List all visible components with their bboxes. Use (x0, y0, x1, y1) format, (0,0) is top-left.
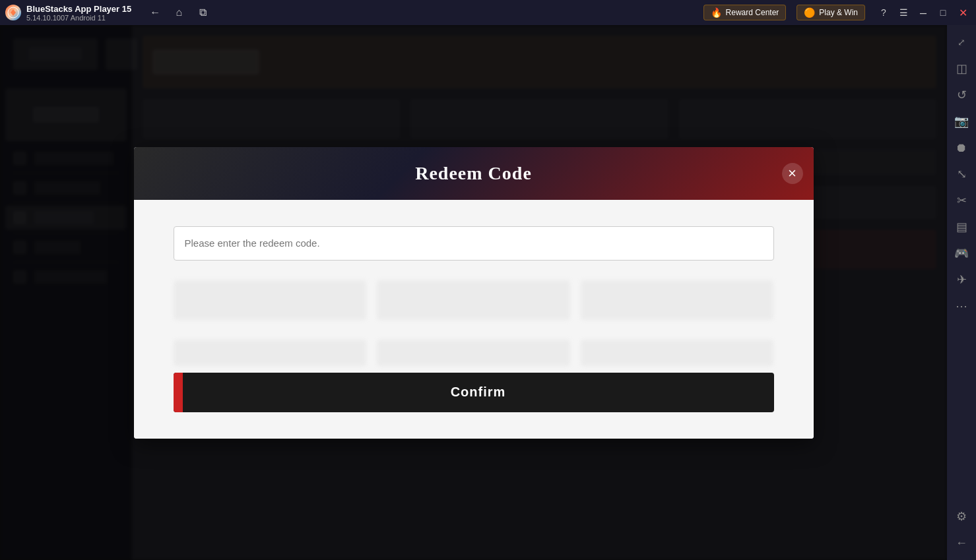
orange-circle-icon: 🟠 (804, 7, 815, 18)
modal-title: Redeem Code (415, 163, 532, 184)
title-bar-right: ? ☰ – □ ✕ (876, 5, 971, 20)
sidebar-crop-icon[interactable]: ✂ (950, 189, 973, 212)
sidebar-macro-icon[interactable]: ▤ (950, 215, 973, 239)
modal-overlay: Redeem Code × (0, 25, 947, 560)
redeem-code-modal: Redeem Code × (134, 147, 814, 439)
nav-icons: ← ⌂ ⧉ (147, 5, 211, 20)
reward-row-item-1 (174, 340, 367, 366)
back-button[interactable]: ← (147, 5, 163, 20)
reward-row (174, 340, 774, 366)
app-title: BlueStacks App Player 15 (26, 4, 131, 14)
sidebar-resize-icon[interactable]: ⤡ (950, 162, 973, 186)
sidebar-back-icon[interactable]: ← (950, 531, 973, 555)
play-win-button[interactable]: 🟠 Play & Win (797, 5, 865, 20)
sidebar-settings-icon[interactable]: ⚙ (950, 505, 973, 528)
modal-close-button[interactable]: × (782, 163, 803, 184)
play-win-label: Play & Win (819, 8, 858, 17)
minimize-button[interactable]: – (915, 5, 931, 20)
reward-item-1 (174, 280, 367, 320)
code-input-wrapper (174, 226, 774, 261)
redeem-code-input[interactable] (174, 226, 774, 261)
sidebar-record-icon[interactable]: ⏺ (950, 136, 973, 160)
reward-center-button[interactable]: 🔥 Reward Center (703, 5, 787, 20)
fire-icon: 🔥 (711, 7, 722, 18)
menu-button[interactable]: ☰ (895, 5, 911, 20)
reward-item-2 (377, 280, 570, 320)
home-button[interactable]: ⌂ (171, 5, 187, 20)
sidebar-screen-icon[interactable]: ◫ (950, 57, 973, 80)
modal-body: Confirm (134, 200, 814, 439)
sidebar-refresh-icon[interactable]: ↺ (950, 83, 973, 107)
confirm-button-accent (174, 373, 183, 412)
reward-row-item-2 (377, 340, 570, 366)
app-subtitle: 5.14.10.1007 Android 11 (26, 14, 131, 22)
reward-item-3 (581, 280, 774, 320)
right-sidebar: ⤢ ◫ ↺ 📷 ⏺ ⤡ ✂ ▤ 🎮 ✈ ⋯ ⚙ ← (947, 25, 976, 560)
sidebar-gamepad-icon[interactable]: 🎮 (950, 241, 973, 265)
sidebar-camera-icon[interactable]: 📷 (950, 109, 973, 133)
sidebar-bottom: ⚙ ← (950, 505, 973, 555)
title-bar: BlueStacks App Player 15 5.14.10.1007 An… (0, 0, 976, 25)
title-bar-center: 🔥 Reward Center 🟠 Play & Win (703, 5, 865, 20)
sidebar-expand-icon[interactable]: ⤢ (950, 30, 973, 54)
reward-grid (174, 280, 774, 320)
sidebar-more-icon[interactable]: ⋯ (950, 294, 973, 318)
window-close-button[interactable]: ✕ (955, 5, 971, 20)
close-x-icon: × (788, 165, 797, 182)
sidebar-plane-icon[interactable]: ✈ (950, 268, 973, 292)
modal-header: Redeem Code × (134, 147, 814, 200)
title-bar-left: BlueStacks App Player 15 5.14.10.1007 An… (5, 4, 703, 22)
reward-row-item-3 (581, 340, 774, 366)
confirm-button[interactable]: Confirm (174, 373, 774, 412)
maximize-button[interactable]: □ (935, 5, 951, 20)
layers-button[interactable]: ⧉ (195, 5, 211, 20)
reward-center-label: Reward Center (726, 8, 779, 17)
app-info: BlueStacks App Player 15 5.14.10.1007 An… (26, 4, 131, 22)
app-logo (5, 5, 21, 20)
help-button[interactable]: ? (876, 5, 892, 20)
confirm-button-label: Confirm (183, 385, 774, 400)
